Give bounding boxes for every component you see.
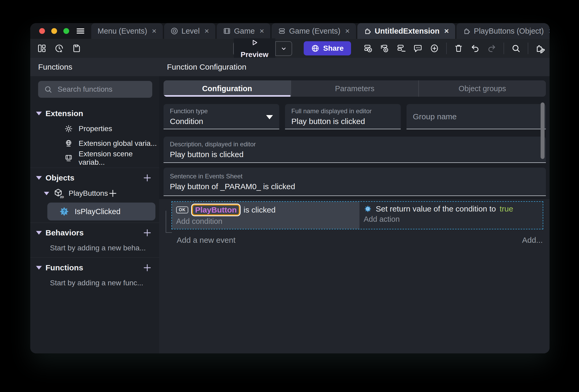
group-name-input[interactable] [413,112,540,121]
search-functions-box[interactable] [38,81,152,98]
divider [504,43,504,54]
field-label: Full name displayed in editor [291,107,394,115]
conditions-cell[interactable]: OK PlayButton is clicked Add condition [172,202,359,229]
add-function-button[interactable] [142,263,152,273]
tab-close-icon[interactable]: × [204,27,209,35]
sidebar-item-isplayclicked[interactable]: ? IsPlayClicked [47,203,155,220]
save-icon[interactable] [72,44,81,53]
add-object-function-button[interactable] [108,188,118,198]
history-icon[interactable] [54,44,64,53]
group-name-field[interactable] [407,104,546,129]
tab-close-icon[interactable]: × [260,27,264,35]
redo-icon[interactable] [487,44,496,53]
app-window: Menu (Events) × Level × Game × [30,23,550,353]
minimize-window-button[interactable] [51,28,57,34]
sentence-field[interactable]: Sentence in Events Sheet [164,168,546,196]
panels-layout-icon[interactable] [37,44,47,53]
add-more-button[interactable]: Add... [522,236,543,245]
section-objects[interactable]: Objects [30,170,159,186]
functions-sidebar: Functions Extension Properties [30,58,159,353]
chevron-down-icon[interactable] [36,266,42,270]
zoom-window-button[interactable] [63,28,69,34]
tab-game[interactable]: Game × [217,23,271,39]
tab-object-groups[interactable]: Object groups [418,80,546,97]
sidebar-item-playbuttons[interactable]: 2D PlayButtons [30,186,159,201]
condition-object-name[interactable]: PlayButton [192,204,240,215]
globe-icon [311,44,319,53]
tab-close-icon[interactable]: × [345,27,350,35]
tab-game-events[interactable]: Game (Events) × [272,23,356,39]
section-label: Extension [45,109,83,118]
description-field[interactable]: Description, displayed in editor [164,137,546,163]
globe-variable-icon [64,139,73,148]
section-functions[interactable]: Functions [30,260,159,276]
divider [446,43,447,54]
full-name-field[interactable]: Full name displayed in editor [285,104,401,129]
return-gear-icon [364,205,372,213]
divider [30,223,159,223]
main-menu-icon[interactable] [75,26,85,36]
tab-untitled-extension[interactable]: UntitledExtension × [357,23,455,39]
chevron-down-icon[interactable] [44,192,49,195]
item-label: PlayButtons [69,189,108,198]
chevron-down-icon[interactable] [36,231,42,235]
edit-extension-icon[interactable] [535,43,545,53]
item-label: Extension global varia... [79,139,157,148]
tab-close-icon[interactable]: × [548,27,550,35]
add-behavior-button[interactable] [142,228,152,238]
section-label: Behaviors [45,228,84,237]
preview-dropdown-button[interactable] [276,45,292,52]
film-icon [223,27,231,35]
search-icon[interactable] [511,44,521,53]
tab-close-icon[interactable]: × [444,27,449,35]
function-type-value: Condition [170,117,273,126]
add-object-button[interactable] [142,173,152,183]
trash-icon[interactable] [454,44,463,53]
chevron-down-icon[interactable] [36,176,42,180]
description-input[interactable] [170,150,540,159]
toolbar-right-group [363,39,545,58]
share-button[interactable]: Share [304,41,351,55]
tab-label: Game (Events) [289,27,340,35]
function-type-select[interactable]: Function type Condition [164,104,279,129]
action-value-true[interactable]: true [500,204,513,213]
chevron-down-icon[interactable] [36,112,42,115]
sidebar-item-properties[interactable]: Properties [30,121,159,136]
tab-label: Game [234,27,255,35]
play-icon [250,38,259,47]
sentence-input[interactable] [170,182,540,191]
sidebar-item-extension-scene-variables[interactable]: Extension scene variab... [30,151,159,166]
tab-menu-events[interactable]: Menu (Events) × [91,23,163,39]
add-action-button[interactable]: Add action [359,214,543,227]
sidebar-item-extension-global-variables[interactable]: Extension global varia... [30,136,159,151]
add-other-event-icon[interactable] [397,44,406,53]
event-tree-guide-line [166,211,172,233]
search-functions-input[interactable] [57,85,146,94]
full-name-input[interactable] [291,117,394,126]
preview-button[interactable]: Preview [233,41,292,56]
tab-close-icon[interactable]: × [152,27,157,35]
comment-icon[interactable] [413,44,423,53]
svg-text:?: ? [63,209,66,214]
event-row[interactable]: OK PlayButton is clicked Add condition [171,201,543,229]
section-label: Objects [45,173,74,182]
actions-cell[interactable]: Set return value of the condition to tru… [359,202,543,229]
undo-icon[interactable] [470,44,480,53]
close-window-button[interactable] [39,28,45,34]
section-behaviors[interactable]: Behaviors [30,225,159,241]
condition-text: is clicked [243,205,276,214]
tab-label: Level [181,27,200,35]
item-label: Properties [79,125,112,133]
tab-playbuttons-object[interactable]: PlayButtons (Object) × [456,23,550,39]
search-icon [44,85,52,94]
add-new-event-button[interactable]: Add a new event [177,236,236,245]
tab-configuration[interactable]: Configuration [164,80,291,97]
tab-parameters[interactable]: Parameters [291,80,418,97]
tab-level[interactable]: Level × [164,23,215,39]
add-condition-button[interactable]: Add condition [172,216,359,229]
circle-plus-icon[interactable] [430,44,439,53]
vertical-scrollbar[interactable] [541,102,545,159]
add-subevent-icon[interactable] [380,44,389,53]
add-event-icon[interactable] [363,44,373,53]
section-extension[interactable]: Extension [30,106,159,121]
